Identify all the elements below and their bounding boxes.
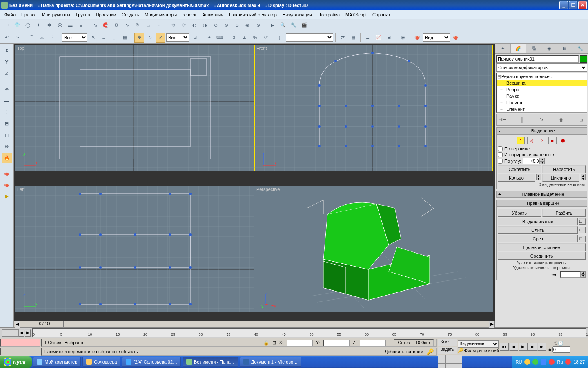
render-type-select[interactable]: Вид: [423, 33, 450, 42]
goto-start-icon[interactable]: ⏮: [500, 343, 509, 351]
misc-tool-2-icon[interactable]: ▬: [2, 95, 12, 106]
viewport-track-bar[interactable]: ◀ 0 / 100 ▶: [14, 321, 495, 327]
clock[interactable]: 18:27: [573, 359, 585, 364]
trackbar-next-icon[interactable]: ▶: [25, 329, 31, 337]
motor-icon[interactable]: ↻: [133, 20, 143, 30]
subobj-element-icon[interactable]: ⬢: [559, 137, 567, 144]
redo-icon[interactable]: ↷: [12, 33, 22, 43]
current-frame-input[interactable]: [552, 346, 570, 353]
selection-rollout-head[interactable]: -Выделение: [497, 128, 587, 135]
key-filter-select[interactable]: Выделенные: [458, 340, 499, 348]
teapot-small-icon[interactable]: 🫖: [2, 168, 12, 179]
constraint2-icon[interactable]: ⟳: [179, 20, 189, 30]
close-button[interactable]: ✕: [578, 1, 587, 9]
analyze-icon[interactable]: 🔍: [278, 20, 288, 30]
star-icon[interactable]: ✦: [33, 20, 43, 30]
snap-toggle-icon[interactable]: 3: [229, 33, 239, 43]
zoom-icon[interactable]: [438, 355, 446, 363]
schematic-icon[interactable]: ⊞: [384, 33, 394, 43]
remove-unused-button[interactable]: Удалить не использ. вершины: [499, 266, 585, 270]
chamfer-settings-icon[interactable]: □: [579, 236, 586, 242]
ref-coord-select[interactable]: Вид: [166, 33, 189, 42]
key-icon[interactable]: 🔑: [427, 348, 434, 355]
select-icon[interactable]: ↖: [88, 33, 98, 43]
extrude-button[interactable]: Выдавливание: [498, 218, 578, 225]
pan-icon[interactable]: [446, 363, 454, 368]
taskbar-item[interactable]: Документ1 - Microso…: [240, 357, 301, 367]
chamfer-button[interactable]: Срез: [498, 235, 578, 242]
select-region-icon[interactable]: ⬚: [109, 33, 119, 43]
plane-icon[interactable]: ▭: [143, 20, 153, 30]
water-icon[interactable]: 〰: [154, 20, 164, 30]
mod-stack-polygon[interactable]: Полигон: [497, 99, 587, 106]
timeline-slider-handle[interactable]: [2, 329, 19, 337]
rotate-icon[interactable]: ↻: [145, 33, 155, 43]
weight-input[interactable]: [560, 271, 581, 278]
by-angle-check[interactable]: [498, 159, 503, 164]
weld-settings-icon[interactable]: □: [579, 227, 586, 233]
select-by-name-icon[interactable]: ≡: [99, 33, 109, 43]
misc-tool-4-icon[interactable]: ⊞: [2, 118, 12, 129]
subobj-polygon-icon[interactable]: ■: [548, 137, 557, 144]
menu-edit[interactable]: Правка: [18, 11, 39, 18]
transform-type-icon[interactable]: ⊞: [272, 340, 276, 346]
show-end-icon[interactable]: ║: [517, 116, 526, 124]
curve-editor-icon[interactable]: 📈: [373, 33, 383, 43]
constraint8-icon[interactable]: ◉: [243, 20, 252, 30]
frame-input-prev-icon[interactable]: ⏮: [547, 347, 552, 352]
spinner-down-icon[interactable]: ▼: [581, 274, 586, 278]
y-input[interactable]: [323, 340, 350, 346]
grow-button[interactable]: Нарастить: [542, 165, 586, 173]
maximize-button[interactable]: ❐: [569, 1, 577, 9]
remove-button[interactable]: Убрать: [498, 209, 541, 217]
window-crossing-icon[interactable]: ▦: [120, 33, 130, 43]
x-input[interactable]: [287, 340, 313, 346]
timeline-ruler[interactable]: ◀▶ 0510152025303540455055606570758085909…: [0, 327, 588, 338]
magnet-icon[interactable]: 🧲: [101, 20, 111, 30]
taskbar-item[interactable]: Без имени - Папк…: [183, 357, 238, 367]
taskbar-item[interactable]: Соловьева: [82, 357, 120, 367]
trackbar-left-icon[interactable]: ◀: [15, 321, 20, 328]
create-tab-icon[interactable]: ✦: [495, 44, 511, 53]
menu-graph-editors[interactable]: Графический редактор: [226, 11, 280, 18]
ring-button[interactable]: Кольцо: [498, 174, 535, 182]
mod-stack-edge[interactable]: Ребро: [497, 86, 587, 93]
soft-selection-rollout-head[interactable]: +Плавное выделение: [497, 191, 587, 198]
unlink-icon[interactable]: ⌓: [37, 33, 47, 43]
trackbar-prev-icon[interactable]: ◀: [19, 329, 24, 337]
misc-tool-7-icon[interactable]: 🔥: [2, 153, 12, 163]
undo-icon[interactable]: ↶: [2, 33, 11, 43]
misc-tool-6-icon[interactable]: ❋: [2, 141, 12, 152]
misc-tool-1-icon[interactable]: ❋: [2, 84, 12, 94]
film-icon[interactable]: 🎬: [299, 20, 309, 30]
target-weld-button[interactable]: Целевое слияние: [498, 243, 586, 251]
modifier-stack[interactable]: Редактируемая полисе… Вершина Ребро Рамк…: [496, 73, 587, 113]
subobj-edge-icon[interactable]: ◁: [527, 137, 535, 144]
remove-mod-icon[interactable]: 🗑: [557, 116, 566, 124]
scale-icon[interactable]: ⤢: [156, 33, 165, 43]
angle-input[interactable]: [523, 158, 540, 164]
tray-icon[interactable]: [549, 359, 555, 365]
by-vertex-check[interactable]: [498, 146, 503, 151]
hierarchy-tab-icon[interactable]: 品: [526, 44, 542, 53]
key-filters-icon[interactable]: 🔑: [458, 348, 463, 353]
connect-button[interactable]: Соединить: [498, 252, 586, 260]
fov-icon[interactable]: [438, 363, 446, 368]
ragdoll-icon[interactable]: ✱: [44, 20, 54, 30]
lock-icon[interactable]: 🔒: [263, 340, 269, 346]
viewport-front[interactable]: Front xz: [254, 45, 493, 171]
mod-stack-border[interactable]: Рамка: [497, 93, 587, 99]
edit-vertices-rollout-head[interactable]: -Правка вершин: [497, 200, 587, 207]
percent-snap-icon[interactable]: %: [250, 33, 260, 43]
spinner-up-icon[interactable]: ▲: [540, 158, 545, 161]
make-unique-icon[interactable]: ∀: [537, 116, 546, 124]
manipulate-icon[interactable]: ✦: [204, 33, 214, 43]
key-mode-icon[interactable]: ⟲: [554, 341, 557, 346]
render-scene-icon[interactable]: 🫖: [412, 33, 422, 43]
angle-snap-icon[interactable]: ∡: [240, 33, 249, 43]
named-sel-icon[interactable]: {}: [275, 33, 285, 43]
menu-customize[interactable]: Настройка: [315, 11, 343, 18]
chain-icon[interactable]: ⛓: [55, 20, 65, 30]
menu-rendering[interactable]: Визуализация: [280, 11, 315, 18]
modify-tab-icon[interactable]: 🌈: [511, 44, 526, 53]
